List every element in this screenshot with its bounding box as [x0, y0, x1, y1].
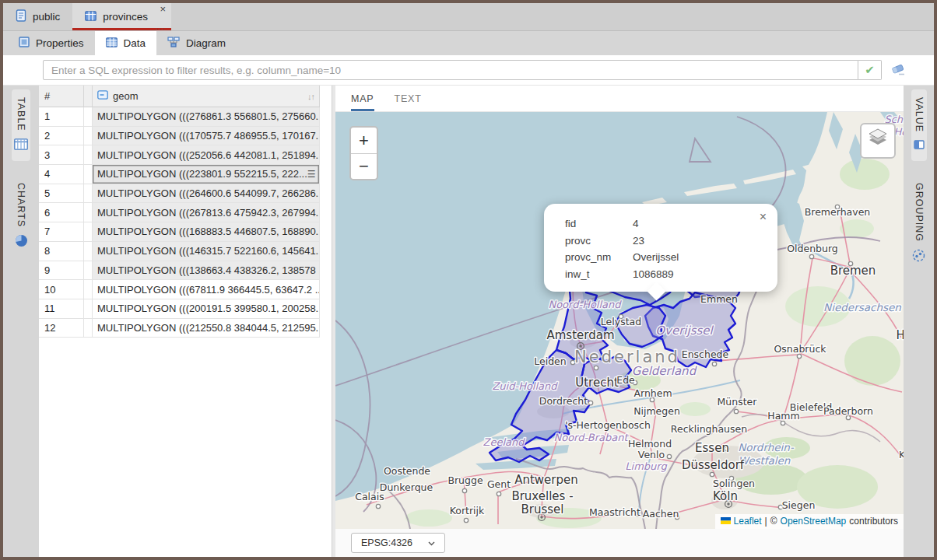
- geom-cell[interactable]: MULTIPOLYGON (((223801.9 552215.5, 222..…: [93, 165, 320, 184]
- town-dot: [667, 454, 671, 458]
- geom-cell[interactable]: MULTIPOLYGON (((170575.7 486955.5, 17016…: [93, 127, 320, 146]
- row-number-cell[interactable]: 2: [39, 127, 84, 146]
- row-number-cell[interactable]: 1: [39, 107, 84, 127]
- map-label: Zuid-Holland: [492, 380, 558, 392]
- clear-filter-button[interactable]: [890, 61, 906, 79]
- row-spacer-cell: [84, 127, 93, 146]
- cell-menu-icon[interactable]: ☰: [307, 169, 316, 180]
- map-label: Limburg: [625, 460, 667, 472]
- row-spacer-cell: [84, 280, 93, 299]
- popup-row: provc23: [565, 233, 762, 250]
- leaflet-map[interactable]: Schleswig-HolsteinBremerhavenOldenburgBr…: [335, 112, 904, 529]
- table-icon: [85, 11, 97, 23]
- crs-select[interactable]: EPSG:4326: [351, 533, 445, 553]
- tab-provinces[interactable]: provinces × ...: [72, 3, 171, 30]
- apply-filter-button[interactable]: ✔: [858, 60, 882, 80]
- row-number-cell[interactable]: 3: [39, 145, 84, 165]
- checkmark-icon: ✔: [865, 63, 875, 77]
- layers-control[interactable]: [860, 123, 896, 159]
- map-label: Paderborn: [823, 405, 873, 417]
- tab-label: Data: [124, 37, 146, 49]
- tab-map[interactable]: MAP: [351, 86, 374, 111]
- popup-key: provc_nm: [565, 249, 633, 266]
- table-icon: [106, 37, 118, 50]
- table-row[interactable]: 7MULTIPOLYGON (((168883.5 446807.5, 1688…: [39, 222, 332, 242]
- tab-diagram[interactable]: Diagram: [156, 31, 237, 55]
- row-number-cell[interactable]: 10: [39, 280, 84, 299]
- table-row[interactable]: 8MULTIPOLYGON (((146315.7 522160.6, 1456…: [39, 242, 332, 261]
- row-number-cell[interactable]: 11: [39, 299, 84, 319]
- geom-cell[interactable]: MULTIPOLYGON (((200191.5 399580.1, 20025…: [93, 299, 320, 319]
- table-row[interactable]: 1MULTIPOLYGON (((276861.3 556801.5, 2756…: [39, 107, 332, 127]
- rail-tab-grouping[interactable]: GROUPING: [910, 175, 928, 273]
- geom-cell[interactable]: MULTIPOLYGON (((138663.4 438326.2, 13857…: [93, 261, 320, 281]
- geom-cell[interactable]: MULTIPOLYGON (((67811.9 366445.5, 63647.…: [93, 280, 320, 299]
- row-number-cell[interactable]: 12: [39, 319, 84, 338]
- geometry-type-icon: [97, 90, 108, 102]
- map-label: Hamm: [767, 410, 799, 422]
- popup-key: inw_t: [565, 266, 633, 283]
- town-dot: [734, 409, 738, 413]
- geom-cell[interactable]: MULTIPOLYGON (((276861.3 556801.5, 27566…: [93, 107, 320, 127]
- sort-icon[interactable]: ↓↑: [307, 92, 314, 101]
- tab-properties[interactable]: Properties: [8, 31, 95, 55]
- tab-public[interactable]: public: [3, 3, 72, 30]
- table-row[interactable]: 12MULTIPOLYGON (((212550.8 384044.5, 212…: [39, 319, 332, 338]
- geom-cell[interactable]: MULTIPOLYGON (((146315.7 522160.6, 14564…: [93, 242, 320, 261]
- attribution-suffix: contributors: [849, 516, 898, 527]
- geom-cell[interactable]: MULTIPOLYGON (((264600.6 544099.7, 26628…: [93, 184, 320, 204]
- map-label: Oldenburg: [787, 243, 838, 254]
- row-number-cell[interactable]: 7: [39, 222, 84, 242]
- geom-cell[interactable]: MULTIPOLYGON (((168883.5 446807.5, 16889…: [93, 222, 320, 242]
- map-label: Brugge: [447, 474, 483, 486]
- map-label: Recklinghausen: [671, 423, 747, 435]
- tab-data[interactable]: Data: [95, 31, 157, 55]
- row-number-cell[interactable]: 9: [39, 261, 84, 281]
- row-number-cell[interactable]: 6: [39, 203, 84, 222]
- zoom-out-button[interactable]: −: [351, 153, 377, 179]
- tab-text[interactable]: TEXT: [395, 86, 422, 111]
- row-number-cell[interactable]: 8: [39, 242, 84, 261]
- table-row[interactable]: 4MULTIPOLYGON (((223801.9 552215.5, 222.…: [39, 165, 332, 184]
- popup-value: Overijssel: [633, 249, 679, 266]
- crs-value: EPSG:4326: [361, 537, 412, 548]
- value-viewer-panel: MAP TEXT: [335, 86, 904, 557]
- geom-cell[interactable]: MULTIPOLYGON (((212550.8 384044.5, 21259…: [93, 319, 320, 338]
- osm-link[interactable]: OpenStreetMap: [781, 516, 847, 527]
- map-bottom-bar: EPSG:4326: [335, 529, 904, 557]
- table-row[interactable]: 5MULTIPOLYGON (((264600.6 544099.7, 2662…: [39, 184, 332, 204]
- rail-tab-table[interactable]: TABLE: [12, 89, 30, 161]
- leaflet-link[interactable]: Leaflet: [734, 516, 762, 527]
- row-spacer-cell: [84, 184, 93, 204]
- map-label: Bruxelles -: [511, 489, 573, 503]
- table-row[interactable]: 6MULTIPOLYGON (((267813.6 475942.3, 2679…: [39, 203, 332, 222]
- sql-filter-input[interactable]: [43, 60, 858, 80]
- column-header-geom[interactable]: geom ↓↑: [93, 86, 320, 107]
- table-row[interactable]: 9MULTIPOLYGON (((138663.4 438326.2, 1385…: [39, 261, 332, 281]
- map-label: Dunkerque: [380, 481, 433, 493]
- table-row[interactable]: 2MULTIPOLYGON (((170575.7 486955.5, 1701…: [39, 127, 332, 146]
- tab-overflow-dots[interactable]: ...: [156, 23, 165, 30]
- grouping-icon: [912, 249, 925, 265]
- column-header-number[interactable]: #: [39, 86, 84, 107]
- rail-tab-value[interactable]: VALUE: [911, 89, 927, 161]
- rail-tab-charts[interactable]: CHARTS: [12, 175, 30, 258]
- table-row[interactable]: 11MULTIPOLYGON (((200191.5 399580.1, 200…: [39, 299, 332, 319]
- filter-bar: ✔: [3, 55, 934, 86]
- map-label: Noord-Holland: [548, 299, 622, 310]
- row-number-cell[interactable]: 5: [39, 184, 84, 204]
- map-label: Bremen: [830, 264, 876, 278]
- popup-close-icon[interactable]: ×: [760, 212, 767, 222]
- geom-cell[interactable]: MULTIPOLYGON (((267813.6 475942.3, 26799…: [93, 203, 320, 222]
- table-row[interactable]: 3MULTIPOLYGON (((252056.6 442081.1, 2518…: [39, 145, 332, 165]
- attribution-separator: |: [765, 516, 767, 527]
- row-number-cell[interactable]: 4: [39, 165, 84, 184]
- geom-cell[interactable]: MULTIPOLYGON (((252056.6 442081.1, 25189…: [93, 145, 320, 165]
- popup-row: provc_nmOverijssel: [565, 249, 762, 266]
- zoom-in-button[interactable]: +: [351, 128, 377, 153]
- popup-key: provc: [565, 233, 633, 250]
- popup-row: fid4: [565, 215, 762, 233]
- close-icon[interactable]: ×: [160, 5, 166, 14]
- map-label: Venlo: [638, 449, 665, 460]
- table-row[interactable]: 10MULTIPOLYGON (((67811.9 366445.5, 6364…: [39, 280, 332, 299]
